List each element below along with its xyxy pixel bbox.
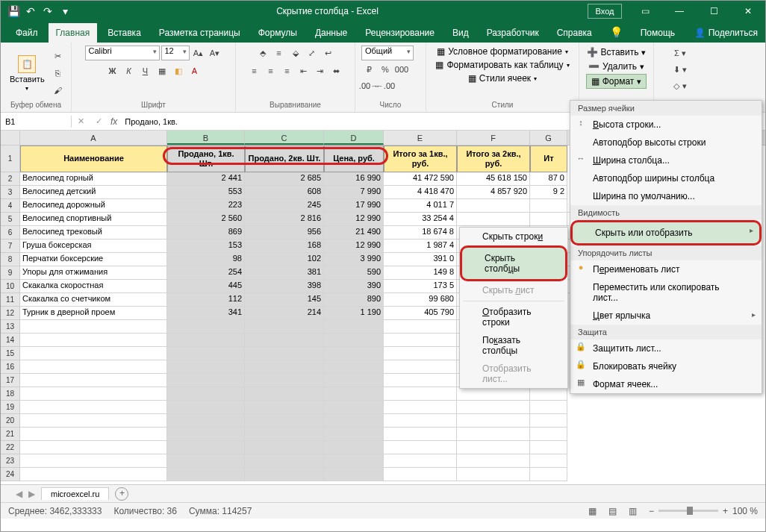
cell[interactable]: [245, 414, 324, 428]
save-icon[interactable]: 💾: [5, 3, 22, 19]
qat-customize-icon[interactable]: ▾: [57, 3, 73, 19]
align-middle-icon[interactable]: ≡: [272, 46, 287, 60]
cell[interactable]: 390: [324, 280, 384, 293]
cell[interactable]: [20, 360, 167, 374]
next-sheet-icon[interactable]: ▶: [28, 489, 35, 499]
cell[interactable]: [245, 360, 324, 374]
decrease-font-icon[interactable]: A▾: [208, 46, 222, 60]
tell-me-icon[interactable]: 💡: [602, 22, 630, 43]
cell[interactable]: [167, 360, 245, 374]
cell[interactable]: [245, 468, 324, 481]
cell[interactable]: Турник в дверной проем: [20, 307, 167, 320]
cell[interactable]: [324, 320, 384, 334]
cell[interactable]: 4 011 7: [384, 199, 457, 213]
cell[interactable]: 391 0: [384, 253, 457, 266]
cell[interactable]: [457, 468, 530, 481]
cell[interactable]: [530, 199, 567, 213]
font-color-button[interactable]: A: [187, 63, 202, 78]
col-header-b[interactable]: B: [167, 131, 245, 145]
submenu-show-sheet[interactable]: Отобразить лист...: [460, 360, 567, 388]
cell[interactable]: 608: [245, 186, 324, 199]
cell[interactable]: [384, 428, 457, 441]
cell[interactable]: [457, 414, 530, 428]
cell[interactable]: [530, 468, 567, 481]
row-header[interactable]: 13: [1, 320, 20, 334]
increase-font-icon[interactable]: A▴: [191, 46, 206, 60]
cell[interactable]: 405 790: [384, 307, 457, 320]
cell[interactable]: [384, 387, 457, 401]
comma-icon[interactable]: 000: [394, 62, 409, 77]
cell[interactable]: [20, 401, 167, 414]
cell[interactable]: 98: [167, 253, 245, 266]
insert-cells-button[interactable]: ➕Вставить ▾: [582, 46, 651, 59]
maximize-button[interactable]: ☐: [697, 1, 731, 22]
cell[interactable]: 21 490: [324, 226, 384, 240]
row-header[interactable]: 6: [1, 226, 20, 240]
cell[interactable]: [384, 360, 457, 374]
cell[interactable]: [167, 320, 245, 334]
login-button[interactable]: Вход: [588, 4, 622, 19]
help-link[interactable]: Помощь: [633, 23, 682, 43]
cell[interactable]: [384, 374, 457, 387]
cell[interactable]: 381: [245, 266, 324, 280]
cell[interactable]: [324, 387, 384, 401]
cell[interactable]: [457, 441, 530, 454]
cell[interactable]: [324, 374, 384, 387]
cell[interactable]: 17 990: [324, 199, 384, 213]
row-header[interactable]: 12: [1, 307, 20, 320]
cell[interactable]: [384, 414, 457, 428]
autosum-icon[interactable]: Σ ▾: [673, 46, 688, 60]
cell[interactable]: 112: [167, 293, 245, 307]
cell[interactable]: 214: [245, 307, 324, 320]
cell[interactable]: [384, 454, 457, 468]
cell[interactable]: [20, 387, 167, 401]
border-button[interactable]: ▦: [155, 63, 169, 78]
cell[interactable]: 4 418 470: [384, 186, 457, 199]
cell[interactable]: [20, 374, 167, 387]
cell[interactable]: 4 857 920: [457, 186, 530, 199]
close-button[interactable]: ✕: [731, 1, 765, 22]
cell[interactable]: [245, 334, 324, 347]
row-header[interactable]: 20: [1, 414, 20, 428]
cell[interactable]: [530, 414, 567, 428]
cell[interactable]: 1 987 4: [384, 240, 457, 253]
cell[interactable]: 16 990: [324, 172, 384, 186]
row-header[interactable]: 7: [1, 240, 20, 253]
format-painter-icon[interactable]: 🖌: [51, 83, 66, 98]
cell[interactable]: 1 190: [324, 307, 384, 320]
decrease-decimal-icon[interactable]: ←.00: [378, 78, 393, 93]
tab-view[interactable]: Вид: [445, 23, 476, 43]
cell[interactable]: [530, 428, 567, 441]
wrap-text-icon[interactable]: ↩: [321, 46, 336, 60]
cell[interactable]: [324, 468, 384, 481]
row-header[interactable]: 3: [1, 186, 20, 199]
cell[interactable]: 168: [245, 240, 324, 253]
increase-indent-icon[interactable]: ⇥: [313, 63, 328, 78]
cell[interactable]: Велосипед горный: [20, 172, 167, 186]
tab-file[interactable]: Файл: [8, 23, 46, 43]
cell[interactable]: [530, 387, 567, 401]
bold-button[interactable]: Ж: [105, 63, 120, 78]
ribbon-options-icon[interactable]: ▭: [628, 1, 662, 22]
cell[interactable]: 398: [245, 280, 324, 293]
cell[interactable]: Цена, руб.: [324, 145, 384, 172]
cell[interactable]: [324, 360, 384, 374]
row-header[interactable]: 22: [1, 441, 20, 454]
cell[interactable]: 869: [167, 226, 245, 240]
cell[interactable]: [324, 414, 384, 428]
cell[interactable]: Продано, 2кв. Шт.: [245, 145, 324, 172]
align-bottom-icon[interactable]: ⬙: [288, 46, 303, 60]
cell[interactable]: 145: [245, 293, 324, 307]
cell[interactable]: [324, 428, 384, 441]
zoom-slider[interactable]: [658, 510, 718, 512]
cell[interactable]: [20, 320, 167, 334]
minimize-button[interactable]: —: [662, 1, 697, 22]
cell[interactable]: 890: [324, 293, 384, 307]
cut-icon[interactable]: ✂: [51, 48, 66, 63]
cell[interactable]: [384, 441, 457, 454]
cell[interactable]: [457, 454, 530, 468]
conditional-formatting-button[interactable]: ▦Условное форматирование▾: [435, 46, 570, 57]
cell-styles-button[interactable]: ▦Стили ячеек▾: [466, 72, 539, 84]
cell[interactable]: 956: [245, 226, 324, 240]
cell[interactable]: 87 0: [530, 172, 567, 186]
